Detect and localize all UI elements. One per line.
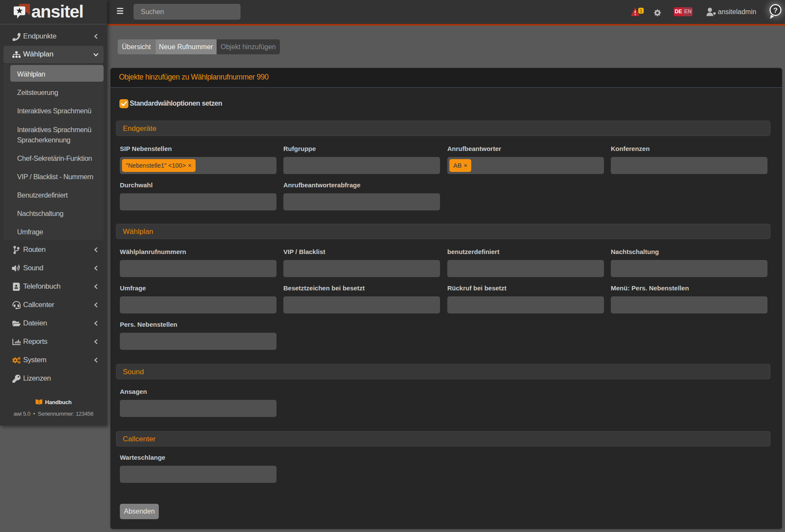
svg-text:?: ? [773, 6, 778, 15]
